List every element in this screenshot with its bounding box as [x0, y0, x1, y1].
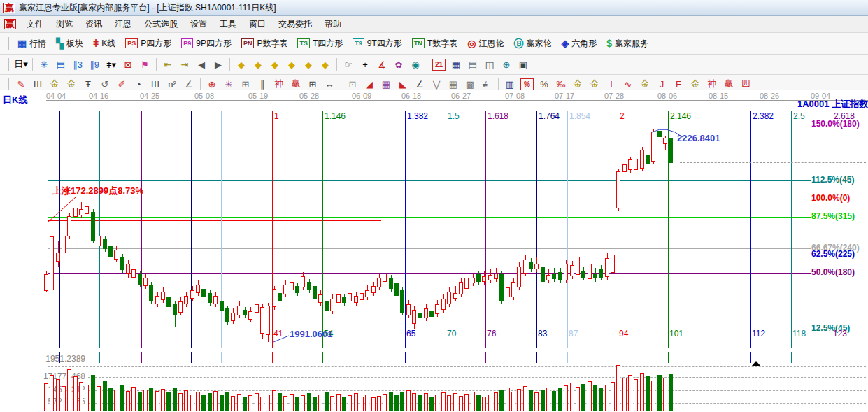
p-table-button[interactable]: PNP数字表 [236, 36, 293, 51]
candle [50, 236, 54, 290]
diamond-tool-1[interactable]: ◆ [234, 57, 249, 71]
ying-tool[interactable]: 赢 [288, 77, 304, 91]
angle-line-tool[interactable]: ∠ [181, 77, 197, 91]
p-square-button[interactable]: PSP四方形 [120, 36, 176, 51]
menu-item-8[interactable]: 窗口 [243, 17, 272, 31]
cycle-tool[interactable]: ◉ [408, 57, 423, 71]
fan-tool-2[interactable]: ◣ [395, 77, 411, 91]
diamond-tool-2[interactable]: ◆ [250, 57, 266, 71]
gold-line-tool[interactable]: 金 [587, 77, 602, 91]
percent-box-tool[interactable]: % [520, 78, 534, 90]
percent-tool[interactable]: % [536, 77, 552, 91]
winner-wheel-button[interactable]: Ⓑ赢家轮 [508, 36, 556, 51]
pencil-tool-2[interactable]: ✐ [114, 77, 129, 91]
diamond-tool-5[interactable]: ◆ [301, 57, 316, 71]
candle-pencil-tool[interactable]: ǂ [604, 77, 619, 91]
first-page-button[interactable]: ⇤ [160, 57, 176, 71]
ying-line-tool[interactable]: 赢 [721, 77, 737, 91]
print-button[interactable]: ▣ [515, 57, 531, 71]
width-tool[interactable]: ↔ [322, 77, 337, 91]
grid-tool-3[interactable]: ▦ [446, 77, 461, 91]
crosshair-tool[interactable]: + [357, 57, 373, 71]
grid-123-tool[interactable]: ⊞ [305, 77, 320, 91]
sectors-button[interactable]: ▚板块 [51, 36, 88, 51]
parallel-tool[interactable]: ∥ [255, 77, 270, 91]
f-line-tool[interactable]: F [671, 77, 686, 91]
menu-item-5[interactable]: 公式选股 [138, 17, 184, 31]
menu-item-9[interactable]: 交易委托 [272, 17, 318, 31]
chart9-icon[interactable]: ∥9 [87, 57, 102, 71]
diamond-tool-4[interactable]: ◆ [284, 57, 299, 71]
period-selector[interactable]: 日▾ [13, 57, 29, 71]
n-square-tool[interactable]: n² [164, 77, 180, 91]
hand-tool[interactable]: ☞ [341, 57, 356, 71]
menu-item-6[interactable]: 设置 [184, 17, 213, 31]
arc-tool[interactable]: ◔ [131, 77, 146, 91]
gold-circle-tool[interactable]: 金 [570, 77, 585, 91]
next-page-button[interactable]: ▶ [211, 57, 226, 71]
hexagon-button[interactable]: ◈六角形 [556, 36, 602, 51]
calendar-21-button[interactable]: 21 [432, 59, 446, 71]
ornament-tool[interactable]: ✿ [391, 57, 406, 71]
network-icon[interactable]: ✳ [36, 57, 52, 71]
gann-vline-count-label: 41 [273, 329, 283, 338]
star-tool[interactable]: ✳ [221, 77, 236, 91]
gann-wheel-button[interactable]: ◎江恩轮 [462, 36, 508, 51]
frame-tool[interactable]: ⊡ [345, 77, 360, 91]
bars-tool[interactable]: ▥ [502, 77, 518, 91]
gold-tool-2[interactable]: 金 [64, 77, 79, 91]
pencil-tool[interactable]: ✎ [13, 77, 29, 91]
kline-button[interactable]: ǂK线 [88, 36, 120, 51]
quotes-grid-button[interactable]: ▦行情 [13, 36, 51, 51]
prev-page-button[interactable]: ◀ [194, 57, 209, 71]
chart3-icon[interactable]: ∥3 [70, 57, 85, 71]
menu-item-10[interactable]: 帮助 [318, 17, 348, 31]
menu-item-3[interactable]: 资讯 [79, 17, 108, 31]
menu-item-4[interactable]: 江恩 [108, 17, 138, 31]
trend-angle-tool[interactable]: ∠ [412, 77, 427, 91]
last-page-button[interactable]: ⇥ [177, 57, 192, 71]
notes-button[interactable]: ▤ [465, 57, 481, 71]
menu-item-1[interactable]: 文件 [20, 17, 50, 31]
diamond-tool-3[interactable]: ◆ [267, 57, 283, 71]
flag-chart-icon[interactable]: ⚑ [137, 57, 152, 71]
t-square-button[interactable]: TST四方形 [292, 36, 348, 51]
spiral-tool[interactable]: ↺ [97, 77, 113, 91]
percent-line-tool[interactable]: ‰ [553, 77, 569, 91]
save-button[interactable]: ◫ [482, 57, 497, 71]
grid-tool-4[interactable]: ▩ [462, 77, 478, 91]
kline-chart[interactable]: 日K线1A0001 上证指数04-0404-1604-2505-0805-190… [0, 90, 868, 412]
web-button[interactable]: ⊕ [499, 57, 514, 71]
angle-tool[interactable]: ∡ [374, 57, 390, 71]
child-window-icon[interactable]: 赢 [4, 19, 16, 29]
grid-lines-tool[interactable]: Ш [30, 77, 45, 91]
9p-square-button[interactable]: P99P四方形 [176, 36, 236, 51]
gann-target-tool[interactable]: ⊕ [204, 77, 220, 91]
shen-tool[interactable]: 神 [271, 77, 287, 91]
fan-tool[interactable]: ◢ [362, 77, 377, 91]
purple-grid-tool[interactable]: ▦ [378, 77, 394, 91]
v-lines-tool[interactable]: ⋁ [429, 77, 444, 91]
calculator-button[interactable]: ▦ [448, 57, 464, 71]
pattern-box-icon[interactable]: ⊠ [120, 57, 136, 71]
diamond-tool-6[interactable]: ◆ [318, 57, 333, 71]
gold-tool-1[interactable]: 金 [47, 77, 62, 91]
grid-lines-tool-2[interactable]: Ш [148, 77, 163, 91]
t-table-button[interactable]: TNT数字表 [407, 36, 462, 51]
gold-tool-3[interactable]: 金 [637, 77, 653, 91]
slant-lines-tool[interactable]: ≢ [479, 77, 495, 91]
f-rule-tool[interactable]: Ŧ [80, 77, 96, 91]
si-line-tool[interactable]: 四 [738, 77, 753, 91]
candle [494, 274, 498, 279]
9t-square-button[interactable]: T99T四方形 [348, 36, 407, 51]
service-button[interactable]: $赢家服务 [602, 36, 653, 51]
wave-tool[interactable]: ∿ [620, 77, 636, 91]
menu-item-2[interactable]: 浏览 [50, 17, 79, 31]
report-icon[interactable]: ▤ [53, 57, 69, 71]
menu-item-7[interactable]: 工具 [213, 17, 243, 31]
j-line-tool[interactable]: J [654, 77, 669, 91]
grid-points-tool[interactable]: ⊞ [238, 77, 253, 91]
candle-style-selector[interactable]: ǂ▾ [104, 57, 119, 71]
shen-line-tool[interactable]: 神 [704, 77, 720, 91]
gold-tool-4[interactable]: 金 [688, 77, 703, 91]
